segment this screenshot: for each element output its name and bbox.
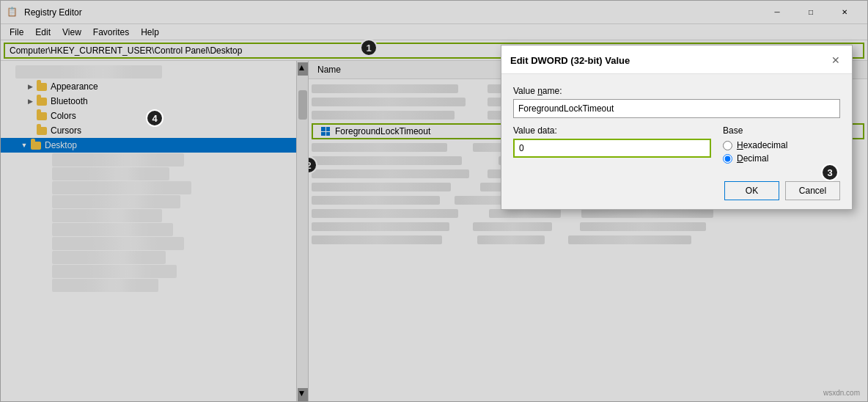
ok-button[interactable]: OK [724,181,779,200]
value-data-label: Value data: [513,125,711,136]
hexadecimal-radio[interactable] [723,141,732,150]
badge-4: 4 [146,109,163,127]
value-data-section: Value data: [513,125,711,167]
dialog-footer: OK Cancel 3 [501,175,852,209]
dialog-body: Value name: Value data: Base [501,74,852,175]
base-section: Base Hexadecimal Decimal [723,125,840,167]
base-label: Base [723,125,840,136]
decimal-radio[interactable] [723,154,732,164]
value-name-label: Value name: [513,86,840,96]
hex-radio-row: Hexadecimal [723,140,840,150]
value-name-input[interactable] [513,99,840,118]
edit-dword-dialog: Edit DWORD (32-bit) Value ✕ Value name: … [501,45,853,210]
dialog-close-button[interactable]: ✕ [828,53,843,67]
value-data-input[interactable] [513,139,711,158]
value-data-base-row: Value data: Base Hexadecimal [513,125,840,167]
value-name-section: Value name: [513,86,840,118]
dialog-title-bar: Edit DWORD (32-bit) Value ✕ [501,45,852,74]
registry-window: 📋 Registry Editor ─ □ ✕ File Edit View F… [0,0,868,402]
dialog-overlay: Edit DWORD (32-bit) Value ✕ Value name: … [1,1,867,401]
hexadecimal-label[interactable]: Hexadecimal [737,140,787,150]
cancel-button[interactable]: Cancel [785,181,840,200]
decimal-label[interactable]: Decimal [737,153,768,164]
dec-radio-row: Decimal [723,153,840,164]
badge-3: 3 [821,164,839,181]
dialog-title: Edit DWORD (32-bit) Value [510,55,630,66]
